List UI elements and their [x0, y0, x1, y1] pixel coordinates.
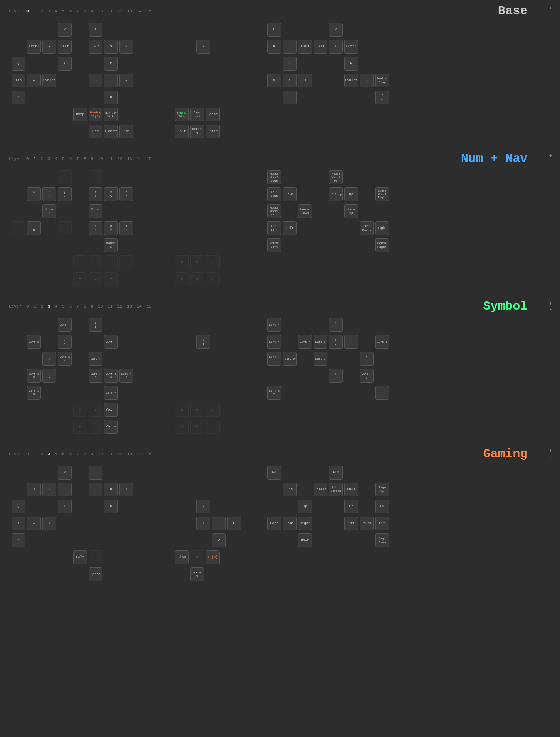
num-nav-layer-num-15[interactable]: 15 — [145, 156, 153, 162]
nn-key-empty[interactable] — [119, 255, 133, 269]
base-key-y[interactable]: Y — [329, 23, 343, 37]
sym-key-star-apos[interactable]: * ' — [360, 352, 374, 366]
base-layer-num-12[interactable]: 12 — [116, 8, 124, 14]
base-key-x[interactable]: X — [58, 57, 72, 71]
gm-key-u[interactable]: U — [58, 483, 72, 496]
gm-key-a[interactable]: A — [27, 517, 41, 530]
base-layer-num-7[interactable]: 7 — [75, 8, 80, 14]
gm-key-j[interactable]: J — [27, 483, 41, 496]
sym-key-lsft-lbrace[interactable]: LSft { — [89, 352, 102, 366]
base-layer-num-8[interactable]: 8 — [82, 8, 87, 14]
sym-key-lsft-3[interactable]: LSft } 3 — [104, 369, 118, 383]
nn-key-hash3[interactable]: # 3 — [119, 221, 133, 235]
gm-key-mouse1[interactable]: Mouse 1 — [190, 567, 204, 581]
base-key-media-play[interactable]: Media Play — [375, 74, 389, 87]
num-nav-layer-num-12[interactable]: 12 — [116, 156, 124, 162]
gm-key-g[interactable]: G — [227, 517, 241, 530]
gm-key-v[interactable]: V — [212, 533, 226, 547]
symbol-layer-num-5[interactable]: 5 — [61, 304, 66, 309]
gm-key-f10[interactable]: F10 — [329, 466, 343, 480]
symbol-layer-num-13[interactable]: 13 — [126, 304, 133, 309]
base-layer-num-10[interactable]: 10 — [97, 8, 104, 14]
base-layer-num-11[interactable]: 11 — [106, 8, 114, 14]
gm-key-lalt[interactable]: LAlt — [73, 550, 87, 564]
gm-key-c[interactable]: C — [104, 500, 118, 513]
sym-key-lsft-8[interactable]: LSft * 8 — [119, 369, 133, 383]
sym-key-lsft-gt[interactable]: LSft > — [267, 318, 281, 332]
sym-key-empty[interactable]: ▽ — [73, 420, 87, 434]
gm-key-empty[interactable] — [298, 483, 312, 496]
sym-key-rbrace2[interactable]: } ] — [329, 369, 343, 383]
sym-key-lsft-0[interactable]: LSft 0 — [314, 335, 327, 349]
base-key-e[interactable]: E — [283, 40, 297, 54]
base-key-lalt-r[interactable]: LAlt — [314, 40, 327, 54]
base-key-tab[interactable]: Tab — [12, 74, 25, 87]
base-key-j[interactable]: J — [298, 74, 312, 87]
num-nav-layer-num-0[interactable]: 0 — [25, 156, 30, 162]
num-nav-minus[interactable]: - — [549, 159, 552, 165]
gm-key-f[interactable]: F — [212, 517, 226, 530]
sym-key-voldown[interactable]: Vol - — [104, 420, 118, 434]
num-nav-layer-num-14[interactable]: 14 — [136, 156, 143, 162]
base-key-gaming-to3[interactable]: Gaming TO(3) — [89, 108, 102, 121]
gm-key-right[interactable]: Right — [298, 517, 312, 530]
symbol-plus[interactable]: + — [549, 300, 552, 306]
nn-key-left[interactable]: Left — [283, 221, 297, 235]
sym-key-lsft-minus[interactable]: LSft _ — [58, 318, 72, 332]
sym-key-empty[interactable]: ▽ — [175, 420, 189, 434]
base-layer-num-6[interactable]: 6 — [68, 8, 73, 14]
base-key-symbol-mo2[interactable]: Symbol MO(2) — [175, 108, 189, 121]
base-key-t[interactable]: T — [104, 74, 118, 87]
gm-key-f7[interactable]: F7 — [344, 500, 358, 513]
symbol-layer-num-0[interactable]: 0 — [25, 304, 30, 309]
symbol-layer-num-11[interactable]: 11 — [106, 304, 114, 309]
sym-key-lsft-9[interactable]: LSft 9 — [283, 352, 297, 366]
base-key-w[interactable]: W — [58, 23, 72, 37]
nn-key-empty[interactable]: ▽ — [89, 272, 102, 286]
sym-key-rbrace[interactable]: } ] — [196, 335, 210, 349]
base-key-m[interactable]: M — [267, 74, 281, 87]
sym-key-bracket-minus[interactable]: [ - — [42, 369, 56, 383]
nn-key-percent5[interactable]: % 5 — [104, 187, 118, 201]
symbol-layer-num-12[interactable]: 12 — [116, 304, 124, 309]
base-key-lshift-r[interactable]: LShift — [344, 74, 358, 87]
nn-key-at2[interactable]: @ 2 — [104, 221, 118, 235]
nn-key-empty[interactable] — [73, 255, 87, 269]
base-key-o[interactable]: O — [360, 74, 374, 87]
sym-key-colon2[interactable]: : ; — [375, 386, 389, 400]
base-key-a[interactable]: A — [27, 74, 41, 87]
gm-key-bksp[interactable]: Bksp — [175, 550, 189, 564]
base-key-space[interactable]: Space — [206, 108, 220, 121]
gm-key-h[interactable]: H — [89, 483, 102, 496]
gm-key-d[interactable]: D — [104, 483, 118, 496]
num-nav-layer-num-4[interactable]: 4 — [54, 156, 59, 162]
sym-key-empty[interactable]: ▽ — [206, 420, 220, 434]
sym-key-dash[interactable]: — - — [344, 335, 358, 349]
base-key-s[interactable]: S — [104, 40, 118, 54]
base-key-lctrl[interactable]: LCtrl — [27, 40, 41, 54]
gaming-layer-num-11[interactable]: 11 — [106, 451, 114, 457]
symbol-layer-num-7[interactable]: 7 — [75, 304, 80, 309]
nn-key-empty[interactable] — [58, 170, 72, 184]
sym-key-empty[interactable]: ▽ — [73, 403, 87, 417]
sym-key-volup[interactable]: Vol + — [104, 403, 118, 417]
nn-key-lctrl-right[interactable]: LCtl Right — [360, 221, 374, 235]
base-key-bksp[interactable]: Bksp — [73, 108, 87, 121]
base-key-i[interactable]: I — [329, 40, 343, 54]
gaming-layer-num-9[interactable]: 9 — [90, 451, 95, 457]
nn-key-right[interactable]: Right — [375, 221, 389, 235]
gaming-layer-num-15[interactable]: 15 — [145, 451, 153, 457]
gaming-layer-num-5[interactable]: 5 — [61, 451, 66, 457]
gaming-layer-num-12[interactable]: 12 — [116, 451, 124, 457]
nn-key-mouse-wheel-left[interactable]: Mouse Wheel Left — [267, 204, 281, 218]
nn-key-empty[interactable]: ▽ — [190, 272, 204, 286]
nn-key-mouse1-bottom[interactable]: Mouse 1 — [104, 238, 118, 252]
symbol-layer-num-4[interactable]: 4 — [54, 304, 59, 309]
gaming-layer-num-7[interactable]: 7 — [75, 451, 80, 457]
sym-key-lsft-pct[interactable]: LSft % 5 — [267, 386, 281, 400]
num-nav-layer-num-2[interactable]: 2 — [39, 156, 44, 162]
nn-key-empty[interactable]: ▽ — [104, 272, 118, 286]
nn-key-lctrl-up[interactable]: LCtl Up — [329, 187, 343, 201]
gm-key-page-up[interactable]: Page Up — [375, 483, 389, 496]
num-nav-layer-num-1[interactable]: 1 — [32, 156, 37, 162]
